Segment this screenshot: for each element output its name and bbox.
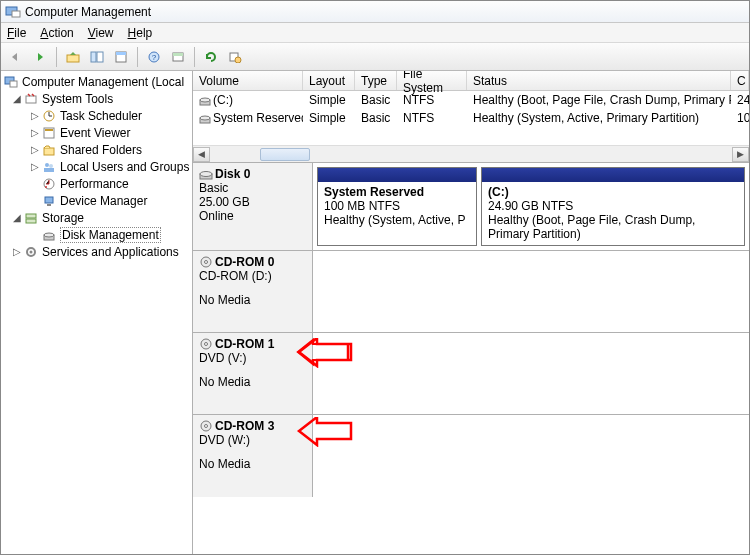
folder-share-icon — [41, 142, 57, 158]
menu-file[interactable]: File — [7, 26, 26, 40]
svg-rect-18 — [45, 129, 53, 131]
menu-action[interactable]: Action — [40, 26, 73, 40]
window-title: Computer Management — [25, 5, 151, 19]
partition-c[interactable]: (C:) 24.90 GB NTFS Healthy (Boot, Page F… — [481, 167, 745, 246]
event-icon — [41, 125, 57, 141]
collapse-icon[interactable]: ◢ — [11, 93, 23, 104]
col-capacity[interactable]: C — [731, 71, 749, 90]
svg-rect-1 — [12, 11, 20, 17]
show-hide-tree-button[interactable] — [86, 46, 108, 68]
disk-label[interactable]: CD-ROM 0 CD-ROM (D:) No Media — [193, 251, 313, 332]
expand-icon[interactable]: ▷ — [29, 144, 41, 155]
svg-point-20 — [45, 163, 49, 167]
volume-row[interactable]: (C:) Simple Basic NTFS Healthy (Boot, Pa… — [193, 91, 749, 109]
svg-text:?: ? — [152, 53, 157, 62]
device-icon — [41, 193, 57, 209]
h-scrollbar[interactable]: ◀ ▶ — [193, 145, 749, 162]
svg-point-44 — [205, 425, 208, 428]
disk-label[interactable]: Disk 0 Basic 25.00 GB Online — [193, 163, 313, 250]
titlebar: Computer Management — [1, 1, 749, 23]
svg-point-40 — [205, 261, 208, 264]
disk-label[interactable]: CD-ROM 3 DVD (W:) No Media — [193, 415, 313, 497]
svg-point-12 — [235, 57, 241, 63]
tree-storage[interactable]: ◢Storage — [1, 209, 192, 226]
partition-system-reserved[interactable]: System Reserved 100 MB NTFS Healthy (Sys… — [317, 167, 477, 246]
refresh-view-button[interactable] — [167, 46, 189, 68]
col-status[interactable]: Status — [467, 71, 731, 90]
disk-row-0[interactable]: Disk 0 Basic 25.00 GB Online System Rese… — [193, 163, 749, 251]
disk-row-cdrom0[interactable]: CD-ROM 0 CD-ROM (D:) No Media — [193, 251, 749, 333]
volume-list[interactable]: Volume Layout Type File System Status C … — [193, 71, 749, 163]
expand-icon[interactable]: ▷ — [29, 127, 41, 138]
scroll-thumb[interactable] — [260, 148, 310, 161]
svg-point-42 — [205, 343, 208, 346]
refresh-button[interactable] — [200, 46, 222, 68]
tree-local-users[interactable]: ▷Local Users and Groups — [1, 158, 192, 175]
tree-disk-management[interactable]: Disk Management — [1, 226, 192, 243]
tools-icon — [23, 91, 39, 107]
svg-rect-10 — [173, 53, 183, 56]
tree-shared-folders[interactable]: ▷Shared Folders — [1, 141, 192, 158]
menubar: File Action View Help — [1, 23, 749, 43]
svg-point-36 — [200, 116, 210, 120]
tree-event-viewer[interactable]: ▷Event Viewer — [1, 124, 192, 141]
col-type[interactable]: Type — [355, 71, 397, 90]
tree-device-manager[interactable]: Device Manager — [1, 192, 192, 209]
properties-button[interactable] — [110, 46, 132, 68]
menu-help[interactable]: Help — [128, 26, 153, 40]
svg-rect-27 — [26, 214, 36, 218]
computer-icon — [3, 74, 19, 90]
content-pane: Volume Layout Type File System Status C … — [193, 71, 749, 554]
disk-row-cdrom1[interactable]: CD-ROM 1 DVD (V:) No Media — [193, 333, 749, 415]
tree-services-apps[interactable]: ▷Services and Applications — [1, 243, 192, 260]
tree-system-tools[interactable]: ◢ System Tools — [1, 90, 192, 107]
tree-root[interactable]: Computer Management (Local — [1, 73, 192, 90]
svg-rect-25 — [45, 197, 53, 203]
disk-icon — [41, 227, 57, 243]
svg-rect-19 — [44, 148, 54, 155]
svg-rect-6 — [116, 52, 126, 55]
svg-rect-22 — [44, 168, 54, 172]
svg-point-32 — [30, 250, 33, 253]
svg-point-30 — [44, 233, 54, 237]
expand-icon[interactable]: ▷ — [29, 161, 41, 172]
col-layout[interactable]: Layout — [303, 71, 355, 90]
collapse-icon[interactable]: ◢ — [11, 212, 23, 223]
nav-tree[interactable]: Computer Management (Local ◢ System Tool… — [1, 71, 193, 554]
back-button[interactable] — [5, 46, 27, 68]
expand-icon[interactable]: ▷ — [29, 110, 41, 121]
scroll-left-icon[interactable]: ◀ — [193, 147, 210, 162]
disk-row-cdrom3[interactable]: CD-ROM 3 DVD (W:) No Media — [193, 415, 749, 497]
svg-point-34 — [200, 98, 210, 102]
disk-label[interactable]: CD-ROM 1 DVD (V:) No Media — [193, 333, 313, 414]
app-icon — [5, 4, 21, 20]
toolbar: ? — [1, 43, 749, 71]
clock-icon — [41, 108, 57, 124]
storage-icon — [23, 210, 39, 226]
svg-point-38 — [200, 172, 212, 177]
expand-icon[interactable]: ▷ — [11, 246, 23, 257]
svg-rect-14 — [10, 81, 17, 87]
svg-rect-2 — [67, 55, 79, 62]
volume-header[interactable]: Volume Layout Type File System Status C — [193, 71, 749, 91]
tree-task-scheduler[interactable]: ▷Task Scheduler — [1, 107, 192, 124]
svg-rect-28 — [26, 219, 36, 223]
tree-performance[interactable]: Performance — [1, 175, 192, 192]
svg-point-24 — [45, 186, 47, 188]
menu-view[interactable]: View — [88, 26, 114, 40]
svg-rect-15 — [26, 96, 36, 103]
help-button[interactable]: ? — [143, 46, 165, 68]
settings-button[interactable] — [224, 46, 246, 68]
svg-rect-26 — [47, 204, 51, 206]
performance-icon — [41, 176, 57, 192]
svg-rect-4 — [97, 52, 103, 62]
up-button[interactable] — [62, 46, 84, 68]
col-volume[interactable]: Volume — [193, 71, 303, 90]
svg-point-21 — [49, 164, 53, 168]
users-icon — [41, 159, 57, 175]
forward-button[interactable] — [29, 46, 51, 68]
col-filesystem[interactable]: File System — [397, 71, 467, 90]
svg-rect-3 — [91, 52, 96, 62]
scroll-right-icon[interactable]: ▶ — [732, 147, 749, 162]
volume-row[interactable]: System Reserved Simple Basic NTFS Health… — [193, 109, 749, 127]
